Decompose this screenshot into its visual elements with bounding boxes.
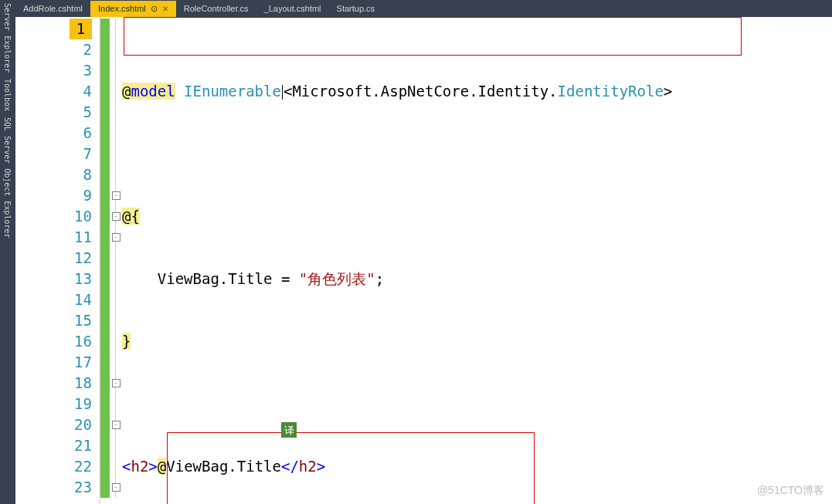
translate-badge[interactable]: 译 bbox=[281, 422, 297, 438]
tab-rolecontroller[interactable]: RoleController.cs bbox=[176, 1, 256, 16]
code-area[interactable]: @model IEnumerable<Microsoft.AspNetCore.… bbox=[122, 17, 832, 504]
fold-icon[interactable]: - bbox=[112, 421, 121, 429]
editor-tabs: AddRole.cshtml Index.cshtml⊙✕ RoleContro… bbox=[15, 0, 832, 17]
fold-icon[interactable]: - bbox=[112, 233, 121, 242]
tab-index[interactable]: Index.cshtml⊙✕ bbox=[90, 1, 176, 17]
tab-addrole[interactable]: AddRole.cshtml bbox=[15, 1, 90, 16]
fold-margin: - - - - - - bbox=[110, 17, 122, 504]
line-numbers: 1 2 3 4 5 6 7 8 9 10 11 12 13 14 15 16 1… bbox=[15, 17, 100, 504]
panel-toolbox[interactable]: Toolbox bbox=[0, 76, 15, 114]
code-editor[interactable]: 1 2 3 4 5 6 7 8 9 10 11 12 13 14 15 16 1… bbox=[15, 17, 832, 504]
change-indicator bbox=[100, 17, 110, 504]
tab-layout[interactable]: _Layout.cshtml bbox=[256, 1, 329, 16]
text-cursor bbox=[282, 85, 283, 100]
side-panel-tabs: Server Explorer Toolbox SQL Server Objec… bbox=[0, 0, 15, 504]
fold-icon[interactable]: - bbox=[112, 379, 121, 387]
line-number: 1 bbox=[70, 19, 92, 39]
panel-sql-explorer[interactable]: SQL Server Object Explorer bbox=[0, 114, 15, 242]
fold-icon[interactable]: - bbox=[112, 483, 121, 492]
tab-startup[interactable]: Startup.cs bbox=[329, 1, 383, 16]
close-icon[interactable]: ✕ bbox=[162, 5, 168, 13]
fold-icon[interactable]: - bbox=[112, 212, 121, 221]
watermark: @51CTO博客 bbox=[757, 484, 824, 498]
highlight-box-1 bbox=[124, 17, 742, 56]
panel-server-explorer[interactable]: Server Explorer bbox=[0, 0, 15, 76]
pin-icon[interactable]: ⊙ bbox=[151, 4, 158, 14]
fold-icon[interactable]: - bbox=[112, 191, 121, 200]
